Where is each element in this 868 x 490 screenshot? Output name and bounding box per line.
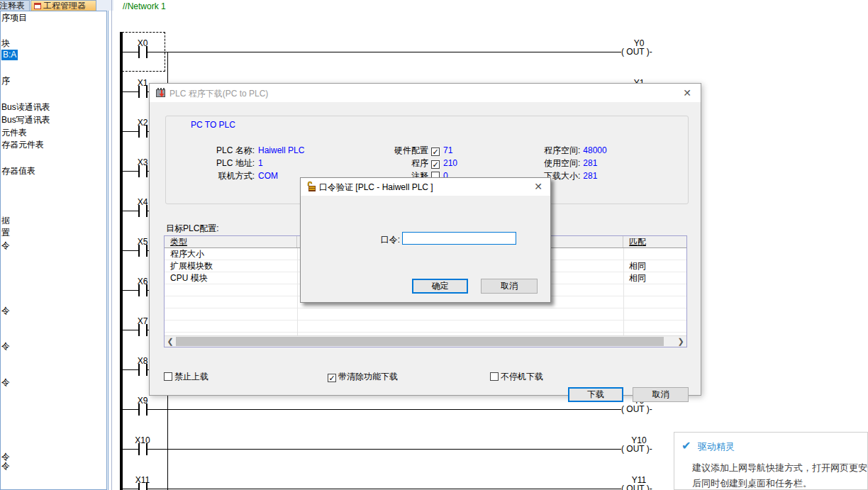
password-dialog-title: 口令验证 [PLC - Haiwell PLC ] [319,182,433,194]
tree-item[interactable]: 存器值表 [1,166,35,177]
close-icon[interactable]: ✕ [530,180,546,193]
cell-type [165,284,297,296]
contact-gap [140,289,146,292]
tree-item[interactable]: 序 [1,76,10,87]
tree-item[interactable]: 置 [1,228,10,238]
contact-gap [140,90,146,94]
tree-item[interactable]: Bus读通讯表 [1,102,50,113]
tree-item[interactable]: 令 [1,306,10,316]
tree-item[interactable]: 令 [1,461,10,472]
contact-gap [140,447,146,451]
driver-genius-notification[interactable]: ✔ 驱动精灵 建议添加上网导航快捷方式，打开网页更安全快 后同时创建到桌面和任务… [674,432,868,490]
cell-type: 扩展模块数 [165,260,297,272]
field-value: 1 [258,158,263,168]
contact-gap [140,328,146,332]
tree-item[interactable]: 令 [1,240,10,251]
checkbox-unchecked[interactable] [164,372,172,381]
coil-out-symbol[interactable]: ( OUT )- [621,444,660,454]
checkbox-unchecked[interactable] [490,372,499,381]
ok-button[interactable]: 确定 [412,279,468,294]
contact-label[interactable]: X9 [128,396,157,406]
tab-comment-table[interactable]: 注释表 [0,0,30,11]
checkbox-checked[interactable]: ✓ [431,147,440,156]
check-value: 210 [443,158,457,168]
coil-out-symbol[interactable]: ( OUT )- [621,484,660,490]
contact-gap [140,130,146,133]
download-cancel-button[interactable]: 取消 [633,387,689,402]
rung-wire [123,489,621,489]
cell-match [623,321,686,332]
tab-project-manager[interactable]: 工程管理器 [30,0,96,11]
tree-item[interactable]: 元件表 [1,128,27,138]
scrollbar-thumb[interactable] [176,337,664,346]
panel-splitter[interactable] [111,0,112,490]
rung-wire [123,52,621,52]
contact-gap [140,487,146,490]
notification-text-line2: 后同时创建到桌面和任务栏。 [692,477,812,490]
close-icon[interactable]: ✕ [679,87,695,99]
cell-type [165,296,297,308]
padlock-icon [306,181,317,192]
cell-type [165,321,297,332]
checkbox-checked[interactable]: ✓ [431,160,440,169]
contact-label[interactable]: X0 [128,38,157,48]
cell-type: CPU 模块 [165,272,297,284]
cell-match [623,296,686,308]
check-label: 程序 [327,157,428,169]
cell-match: 相同 [623,272,686,284]
coil-out-symbol[interactable]: ( OUT )- [621,404,660,414]
password-dialog-titlebar[interactable]: 口令验证 [PLC - Haiwell PLC ] ✕ [301,178,550,196]
table-row[interactable] [165,308,686,321]
tree-item[interactable]: 块 [1,38,10,49]
scroll-left-icon[interactable]: ❮ [165,336,176,347]
password-input[interactable] [402,232,516,245]
tree-item[interactable]: B:A [1,50,18,60]
option-label: 禁止上载 [174,372,208,382]
coil-out-symbol[interactable]: ( OUT )- [621,47,660,57]
tree-item[interactable]: 据 [1,216,10,226]
scroll-right-icon[interactable]: ❯ [675,336,686,347]
plc-info-row: PLC 名称:Haiwell PLC [199,145,304,156]
component-check-row: 程序✓210 [327,157,457,169]
field-value: 281 [583,171,597,181]
space-info-row: 下载大小:281 [544,170,597,182]
download-dialog-titlebar[interactable]: PLC 程序下载(PC to PLC) ✕ [150,84,701,102]
contact-label[interactable]: X10 [128,435,157,445]
cancel-button[interactable]: 取消 [481,279,538,294]
project-manager-icon [34,3,41,9]
password-label: 口令: [357,234,400,246]
contact-label[interactable]: X11 [128,475,157,485]
rung-wire [123,449,621,450]
tree-item[interactable]: Bus写通讯表 [1,115,50,126]
tree-item[interactable]: 序项目 [1,13,27,23]
download-button[interactable]: 下载 [568,387,623,402]
horizontal-scrollbar[interactable]: ❮ ❯ [165,335,686,347]
checkbox-checked[interactable]: ✓ [328,374,336,382]
column-header-type[interactable]: 类型 [165,236,297,247]
tree-item[interactable]: 存器元件表 [1,140,44,150]
sidebar-tabbar: 注释表 工程管理器 [0,0,113,11]
download-option[interactable]: 不停机下载 [490,371,543,382]
tab-project-manager-label: 工程管理器 [43,1,86,11]
space-info-row: 程序空间:48000 [544,145,607,156]
tree-item[interactable]: 令 [1,377,10,388]
plc-info-row: PLC 地址:1 [199,157,263,169]
column-header-match[interactable]: 匹配 [623,236,686,247]
space-info-row: 使用空间:281 [544,157,597,169]
field-label: PLC 名称: [199,145,255,156]
field-label: PLC 地址: [199,157,255,169]
target-plc-config-label: 目标PLC配置: [166,223,219,235]
column-separator [623,248,624,335]
field-label: 使用空间: [544,158,580,168]
contact-gap [140,368,146,372]
field-label: 联机方式: [199,170,255,182]
download-option[interactable]: 禁止上载 [164,371,208,382]
cell-type [165,308,297,320]
cell-type: 程序大小 [165,248,297,260]
download-option[interactable]: ✓带清除功能下载 [328,371,398,382]
contact-gap [140,249,146,252]
cell-match [623,308,686,320]
tree-item[interactable]: 令 [1,341,10,352]
option-label: 带清除功能下载 [338,372,398,382]
table-row[interactable] [165,321,686,333]
